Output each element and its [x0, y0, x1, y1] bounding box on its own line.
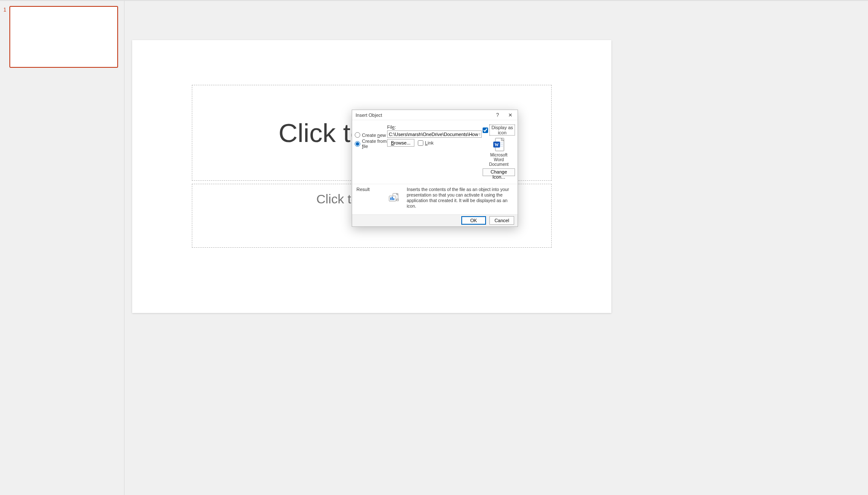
word-document-icon: W	[492, 137, 505, 152]
svg-rect-10	[390, 197, 391, 200]
help-button[interactable]: ?	[491, 110, 504, 120]
slide-number: 1	[3, 7, 6, 13]
close-button[interactable]: ✕	[504, 110, 517, 120]
ok-button[interactable]: OK	[461, 216, 486, 225]
icon-caption: Microsoft Word Document	[483, 153, 515, 167]
link-checkbox-input[interactable]	[418, 140, 423, 146]
file-label: File:	[387, 124, 483, 130]
dialog-titlebar[interactable]: Insert Object ? ✕	[352, 110, 518, 120]
browse-row: Browse... Link	[387, 139, 483, 147]
display-as-icon-input[interactable]	[483, 127, 488, 133]
icon-caption-1: Microsoft	[483, 153, 515, 157]
create-from-file-radio-input[interactable]	[355, 141, 360, 147]
browse-button[interactable]: Browse...	[387, 139, 414, 147]
svg-text:W: W	[495, 142, 499, 147]
result-label: Result	[356, 187, 382, 209]
link-label: Link	[425, 140, 434, 145]
result-section: Result Inserts the contents of the file …	[352, 184, 518, 214]
slide-thumbnail-1[interactable]	[9, 6, 118, 68]
svg-rect-12	[393, 198, 394, 200]
create-new-radio-input[interactable]	[355, 132, 360, 138]
slide-canvas-area: Click to add title Click to add subtitle…	[124, 1, 868, 495]
thumbnail-panel: 1	[0, 1, 124, 495]
dialog-body: Create new Create from file File: Browse…	[352, 120, 518, 184]
cancel-button[interactable]: Cancel	[489, 216, 514, 225]
display-icon-column: Display as icon W	[483, 124, 515, 179]
result-text: Inserts the contents of the file as an o…	[407, 187, 514, 209]
radio-column: Create new Create from file	[355, 124, 387, 179]
create-new-label: Create new	[362, 133, 386, 138]
create-from-file-radio[interactable]: Create from file	[355, 139, 387, 149]
create-new-radio[interactable]: Create new	[355, 132, 387, 138]
icon-caption-2: Word	[483, 157, 515, 162]
file-path-input[interactable]	[387, 130, 482, 138]
insert-object-dialog: Insert Object ? ✕ Create new Create from…	[352, 110, 518, 227]
display-as-icon-label: Display as icon	[489, 124, 515, 136]
result-icon	[387, 187, 402, 209]
dialog-button-row: OK Cancel	[352, 214, 518, 226]
display-as-icon-checkbox[interactable]: Display as icon	[483, 124, 515, 136]
icon-caption-3: Document	[483, 162, 515, 167]
dialog-title: Insert Object	[356, 113, 491, 118]
svg-rect-11	[392, 197, 393, 200]
link-checkbox[interactable]: Link	[418, 140, 434, 146]
workspace: 1 Click to add title Click to add subtit…	[0, 1, 868, 495]
change-icon-button[interactable]: Change Icon...	[483, 168, 515, 176]
create-from-file-label: Create from file	[362, 139, 387, 149]
file-column: File: Browse... Link	[387, 124, 483, 179]
